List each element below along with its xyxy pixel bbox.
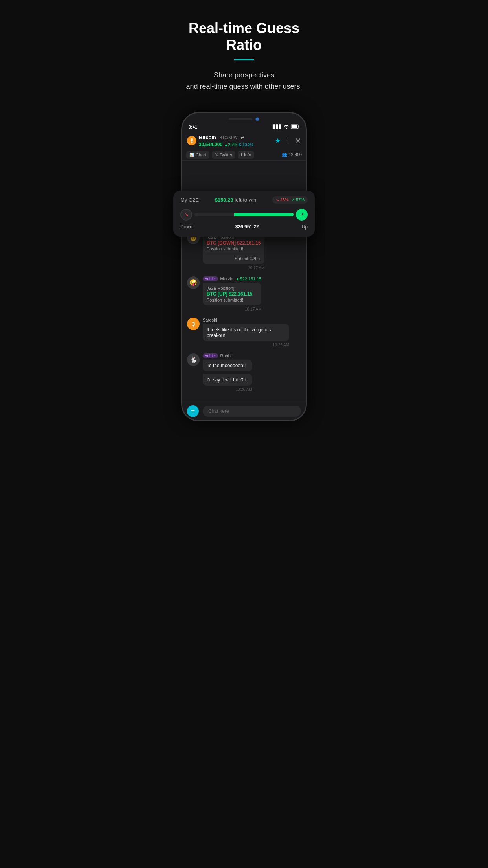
position-submitted-1: Position submitted! (207, 246, 261, 251)
coin-price: 30,544,000 (199, 142, 222, 147)
coin-pair: BTC/KRW (220, 136, 238, 140)
btc-icon: ₿ (187, 136, 196, 145)
chat-message-satoshi: ₿ Satoshi It feels like it's on the verg… (187, 318, 301, 347)
label-down: Down (180, 224, 193, 230)
avatar-satoshi: ₿ (187, 318, 200, 330)
position-label-2: [G2E Position] (207, 286, 257, 291)
position-value-1: BTC [DOWN] $22,161.15 (207, 240, 261, 246)
username-satoshi: Satoshi (203, 318, 217, 322)
slider-track (194, 213, 294, 216)
position-value-2: BTC [UP] $22,161.15 (207, 291, 257, 297)
username-rabbit: Rabbit (220, 353, 233, 358)
chat-content-rabbit: Holder Rabbit To the moooooon!! I'd say … (203, 353, 252, 392)
status-bar: 9:41 ▋▋▋ (182, 123, 306, 131)
avatar-marvin: 🤪 (187, 276, 200, 289)
phone-container: My G2E $150.23 left to win ↘ 43% ↗ 57% ↘… (181, 112, 307, 421)
wifi-icon (284, 124, 289, 130)
signal-icon: ▋▋▋ (273, 125, 282, 129)
coin-header: ₿ Bitcoin BTC/KRW ⇄ 30,544,000 ▲2.7% K 1… (182, 131, 306, 149)
chat-meta-rabbit: Holder Rabbit (203, 353, 252, 358)
phone-tabs: 📊 Chart 𝕏 Twitter ℹ info 👥 12,960 (182, 149, 306, 161)
twitter-icon: 𝕏 (215, 153, 218, 157)
close-icon[interactable]: ✕ (295, 136, 301, 145)
slider-fill (234, 213, 294, 216)
timestamp-rabbit: 10:26 AM (203, 387, 252, 392)
g2e-amount-label: left to win (235, 197, 256, 203)
status-time: 9:41 (189, 125, 197, 129)
transfer-icon: ⇄ (241, 136, 244, 140)
page-title: Real-time Guess Ratio (174, 20, 314, 53)
username-marvin: Marvin (220, 276, 233, 281)
phone-notch (182, 113, 306, 123)
chat-content-1: [G2E Position] BTC [DOWN] $22,161.15 Pos… (203, 232, 264, 270)
slider-labels: Down $26,951.22 Up (180, 224, 308, 230)
timestamp-1: 10:17 AM (203, 266, 264, 270)
users-count: 👥 12,960 (282, 152, 302, 157)
label-up: Up (302, 224, 308, 230)
star-icon[interactable]: ★ (275, 136, 281, 145)
chat-bubble-rabbit-1: To the moooooon!! (203, 360, 252, 371)
coin-price-row: 30,544,000 ▲2.7% K 10.2% (199, 141, 253, 148)
tab-twitter[interactable]: 𝕏 Twitter (212, 151, 235, 159)
chat-content-satoshi: Satoshi It feels like it's on the verge … (203, 318, 289, 347)
chat-bubble-rabbit-2: I'd say it will hit 20k. (203, 374, 252, 386)
svg-rect-2 (299, 126, 299, 127)
page-wrapper: Real-time Guess Ratio Share perspectives… (163, 0, 325, 437)
tab-info[interactable]: ℹ info (238, 151, 254, 159)
slider-wrapper[interactable]: ↘ ↗ (180, 208, 308, 222)
g2e-amount: $150.23 left to win (215, 197, 257, 203)
price-change-marvin: ▲$22,161.15 (236, 276, 262, 281)
chat-message-rabbit: 🐇 Holder Rabbit To the moooooon!! I (187, 353, 301, 392)
tab-chart[interactable]: 📊 Chart (186, 151, 209, 159)
avatar-rabbit: 🐇 (187, 353, 200, 366)
tab-chart-label: Chart (196, 153, 206, 157)
slider-thumb-down[interactable]: ↘ (180, 209, 192, 221)
chat-content-2: Holder Marvin ▲$22,161.15 [G2E Position]… (203, 276, 261, 311)
chat-message-2: 🤪 Holder Marvin ▲$22,161.15 [G2E Positio… (187, 276, 301, 311)
chat-input-bar: + Chat here (182, 402, 306, 420)
timestamp-2: 10:17 AM (203, 307, 261, 311)
users-icon: 👥 (282, 152, 287, 157)
status-right: ▋▋▋ (273, 124, 299, 130)
chat-placeholder: Chat here (208, 408, 229, 414)
g2e-card: My G2E $150.23 left to win ↘ 43% ↗ 57% ↘… (173, 191, 315, 237)
g2e-header: My G2E $150.23 left to win ↘ 43% ↗ 57% (180, 196, 308, 204)
chat-meta-satoshi: Satoshi (203, 318, 289, 322)
more-menu-icon[interactable]: ⋮ (285, 137, 291, 144)
header-section: Real-time Guess Ratio Share perspectives… (163, 0, 325, 100)
ratio-down: ↘ 43% (275, 197, 289, 202)
g2e-ratio: ↘ 43% ↗ 57% (272, 196, 308, 204)
chat-bubble-2: [G2E Position] BTC [UP] $22,161.15 Posit… (203, 283, 261, 305)
subtitle: Share perspectivesand real-time guess wi… (174, 70, 314, 92)
timestamp-satoshi: 10:25 AM (203, 343, 289, 347)
coin-info: Bitcoin BTC/KRW ⇄ 30,544,000 ▲2.7% K 10.… (199, 134, 253, 148)
coin-name: Bitcoin (199, 134, 216, 140)
position-submitted-2: Position submitted! (207, 298, 257, 302)
slider-thumb-up[interactable]: ↗ (296, 209, 308, 221)
phone-speaker (229, 118, 252, 120)
chat-meta-2: Holder Marvin ▲$22,161.15 (203, 276, 261, 281)
title-divider (234, 59, 254, 60)
chart-icon: 📊 (189, 153, 194, 157)
add-button[interactable]: + (187, 405, 199, 417)
rabbit-msg-1: To the moooooon!! (203, 360, 252, 371)
phone-frame: 9:41 ▋▋▋ (181, 112, 307, 421)
slider-price: $26,951.22 (235, 224, 259, 230)
chat-input-field[interactable]: Chat here (203, 406, 301, 417)
chat-message-1: 🧑 [G2E Position] BTC [DOWN] $22,161.15 P… (187, 232, 301, 270)
g2e-amount-value: $150.23 (215, 197, 233, 203)
tab-twitter-label: Twitter (220, 153, 232, 157)
holder-badge-rabbit: Holder (203, 353, 218, 358)
submit-g2e-btn[interactable]: Submit G2E › (207, 254, 261, 261)
info-icon: ℹ (241, 153, 242, 157)
ratio-up: ↗ 57% (291, 197, 305, 202)
phone-camera (255, 117, 259, 121)
chat-area: 🧑 [G2E Position] BTC [DOWN] $22,161.15 P… (182, 228, 306, 402)
battery-icon (291, 124, 299, 130)
chat-bubble-satoshi: It feels like it's on the verge of a bre… (203, 324, 289, 341)
price-change: ▲2.7% (224, 143, 237, 147)
krw-change: K 10.2% (239, 143, 254, 147)
tab-info-label: info (244, 153, 251, 157)
coin-name-row: Bitcoin BTC/KRW ⇄ (199, 134, 253, 141)
users-count-value: 12,960 (288, 152, 302, 157)
